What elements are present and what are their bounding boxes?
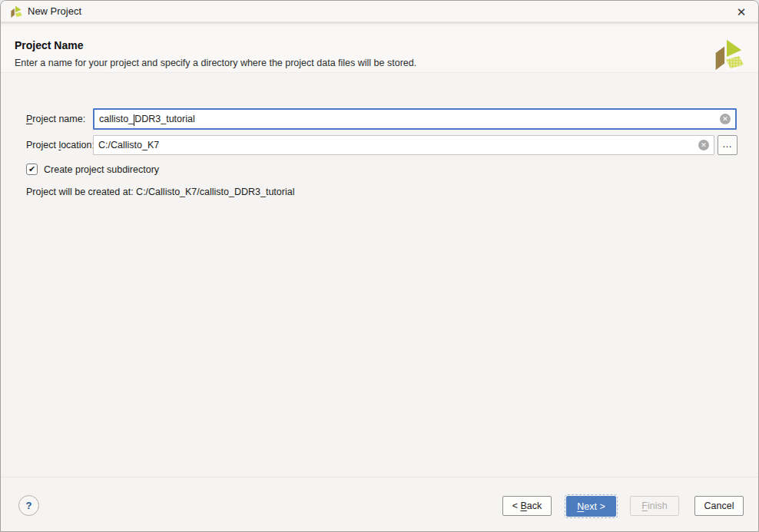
page-description: Enter a name for your project and specif…: [15, 58, 416, 68]
project-name-value: callisto_: [99, 114, 134, 124]
project-created-at-text: Project will be created at: C:/Callisto_…: [26, 187, 294, 197]
browse-button[interactable]: …: [718, 135, 737, 155]
help-button[interactable]: ?: [18, 495, 39, 516]
cancel-button[interactable]: Cancel: [694, 496, 744, 516]
clear-icon[interactable]: ✕: [698, 140, 709, 150]
question-icon: ?: [26, 500, 32, 511]
project-location-input[interactable]: C:/Callisto_K7 ✕: [93, 135, 714, 155]
vivado-logo-icon: [8, 5, 22, 18]
page-title: Project Name: [15, 39, 83, 51]
wizard-header: Project Name Enter a name for your proje…: [1, 26, 758, 73]
clear-icon[interactable]: ✕: [720, 114, 731, 124]
checkmark-icon: ✔: [28, 165, 35, 173]
close-icon[interactable]: ✕: [732, 4, 751, 21]
create-subdirectory-row: ✔ Create project subdirectory: [26, 164, 159, 175]
titlebar[interactable]: New Project ✕: [1, 1, 758, 24]
next-button[interactable]: Next >: [566, 496, 616, 517]
window-title: New Project: [28, 5, 81, 17]
project-name-label: Project name:: [26, 114, 85, 124]
back-button[interactable]: < Back: [502, 496, 552, 516]
project-name-input[interactable]: callisto_DDR3_tutorial ✕: [93, 108, 737, 130]
finish-button[interactable]: Finish: [630, 496, 679, 516]
project-location-value: C:/Callisto_K7: [98, 140, 159, 150]
dialog-footer: ? < Back Next > Finish Cancel: [1, 477, 758, 531]
project-name-value: DDR3_tutorial: [134, 114, 195, 124]
vivado-logo-icon: [709, 37, 744, 72]
create-subdirectory-checkbox[interactable]: ✔: [26, 164, 38, 175]
create-subdirectory-label: Create project subdirectory: [44, 164, 159, 175]
project-location-label: Project location:: [26, 140, 94, 150]
new-project-dialog: New Project ✕ Project Name Enter a name …: [0, 0, 759, 532]
